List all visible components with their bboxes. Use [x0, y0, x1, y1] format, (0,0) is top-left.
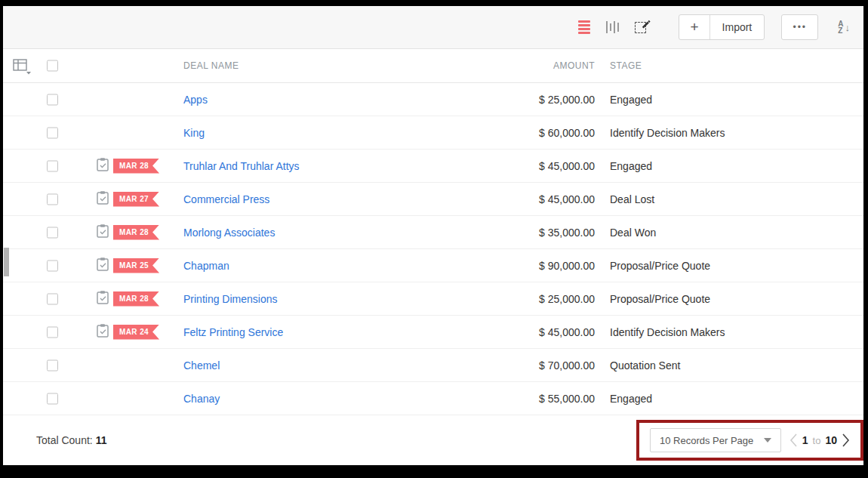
task-clipboard-icon[interactable]: [97, 157, 109, 174]
row-checkbox[interactable]: [47, 160, 58, 171]
row-checkbox[interactable]: [47, 393, 58, 404]
deal-amount: $ 35,000.00: [539, 227, 595, 239]
add-deal-button[interactable]: +: [679, 15, 709, 39]
header-deal-name[interactable]: DEAL NAME: [183, 60, 239, 71]
sort-letter-z: Z: [838, 27, 843, 34]
view-switcher: [578, 20, 650, 34]
deal-amount: $ 45,000.00: [539, 326, 595, 338]
crm-deals-list-window: + Import ••• AZ ↓ DEAL NAME AMOUNT STAGE…: [3, 6, 863, 465]
deal-amount: $ 25,000.00: [539, 293, 595, 305]
row-checkbox[interactable]: [47, 193, 58, 205]
kanban-view-icon[interactable]: [606, 20, 619, 34]
task-clipboard-icon[interactable]: [97, 190, 109, 208]
table-row: MAR 28 Printing Dimensions $ 25,000.00 P…: [3, 282, 863, 316]
deal-amount: $ 90,000.00: [539, 260, 595, 272]
deal-name-link[interactable]: Chapman: [183, 260, 229, 272]
row-checkbox[interactable]: [47, 227, 58, 238]
deal-stage: Quotation Sent: [610, 359, 680, 372]
records-per-page-dropdown[interactable]: 10 Records Per Page: [650, 428, 781, 452]
header-stage[interactable]: STAGE: [610, 60, 642, 71]
table-row: MAR 28 Morlong Associates $ 35,000.00 De…: [3, 216, 863, 249]
annotation-highlight-box: 10 Records Per Page 1 to 10: [636, 420, 863, 461]
row-checkbox[interactable]: [47, 293, 58, 304]
deal-stage: Identify Decision Makers: [610, 326, 725, 338]
canvas-view-icon[interactable]: [635, 20, 650, 34]
deal-stage: Proposal/Price Quote: [610, 260, 710, 272]
left-scrollbar-thumb[interactable]: [4, 248, 9, 276]
row-checkbox[interactable]: [47, 326, 58, 338]
task-clipboard-icon[interactable]: [97, 290, 109, 307]
table-row: MAR 24 Feltz Printing Service $ 45,000.0…: [3, 316, 863, 349]
next-page-icon[interactable]: [842, 433, 850, 448]
deal-stage: Identify Decision Makers: [610, 127, 725, 139]
due-date-badge: MAR 25: [113, 258, 159, 273]
table-header-row: DEAL NAME AMOUNT STAGE: [3, 49, 863, 83]
task-clipboard-icon[interactable]: [97, 224, 109, 241]
deal-stage: Deal Lost: [610, 193, 654, 205]
total-count-value: 11: [96, 434, 107, 446]
deal-amount: $ 45,000.00: [539, 193, 595, 205]
select-all-checkbox[interactable]: [47, 60, 58, 72]
due-date-badge: MAR 24: [113, 325, 159, 340]
page-range-start: 1: [802, 434, 808, 446]
deal-name-link[interactable]: Truhlar And Truhlar Attys: [183, 160, 300, 172]
header-amount[interactable]: AMOUNT: [553, 60, 595, 71]
due-date-badge: MAR 28: [113, 159, 159, 174]
page-range-end: 10: [825, 434, 837, 446]
deal-stage: Engaged: [610, 160, 652, 172]
total-count-label: Total Count:: [36, 434, 93, 446]
table-row: King $ 60,000.00 Identify Decision Maker…: [3, 116, 863, 150]
table-row: Apps $ 25,000.00 Engaged: [3, 83, 863, 116]
deal-name-link[interactable]: King: [183, 127, 205, 139]
sort-az-icon[interactable]: AZ ↓: [838, 20, 850, 34]
deal-name-link[interactable]: Chemel: [183, 359, 220, 372]
list-view-icon[interactable]: [578, 20, 590, 34]
deal-name-link[interactable]: Feltz Printing Service: [183, 326, 283, 338]
table-row: MAR 25 Chapman $ 90,000.00 Proposal/Pric…: [3, 249, 863, 282]
due-date-badge: MAR 28: [113, 225, 159, 240]
row-checkbox[interactable]: [47, 94, 58, 105]
deal-amount: $ 25,000.00: [539, 94, 595, 106]
deal-amount: $ 70,000.00: [539, 359, 595, 372]
deal-amount: $ 45,000.00: [539, 160, 595, 172]
create-import-button-group: + Import: [679, 14, 765, 40]
task-clipboard-icon[interactable]: [97, 323, 109, 341]
import-button[interactable]: Import: [710, 15, 765, 39]
table-row: Chanay $ 55,000.00 Engaged: [3, 382, 863, 415]
table-row: MAR 28 Truhlar And Truhlar Attys $ 45,00…: [3, 150, 863, 183]
row-checkbox[interactable]: [47, 260, 58, 271]
more-actions-button[interactable]: •••: [781, 14, 818, 40]
deal-name-link[interactable]: Chanay: [183, 393, 220, 405]
deal-name-link[interactable]: Commercial Press: [183, 193, 269, 205]
deal-name-link[interactable]: Morlong Associates: [183, 227, 275, 239]
table-body: Apps $ 25,000.00 Engaged King $ 60,000.0…: [3, 83, 863, 415]
deal-amount: $ 60,000.00: [539, 127, 595, 139]
deal-name-link[interactable]: Apps: [183, 94, 208, 106]
deal-amount: $ 55,000.00: [539, 393, 595, 405]
records-per-page-value: 10 Records Per Page: [660, 435, 753, 446]
row-checkbox[interactable]: [47, 359, 58, 371]
row-checkbox[interactable]: [47, 127, 58, 138]
sort-arrow-icon: ↓: [845, 22, 851, 33]
chevron-down-icon: [764, 438, 771, 443]
due-date-badge: MAR 27: [113, 192, 159, 207]
previous-page-icon[interactable]: [790, 433, 798, 448]
table-row: Chemel $ 70,000.00 Quotation Sent: [3, 349, 863, 382]
table-row: MAR 27 Commercial Press $ 45,000.00 Deal…: [3, 183, 863, 216]
deal-stage: Engaged: [610, 393, 652, 405]
deal-stage: Engaged: [610, 94, 652, 106]
task-clipboard-icon[interactable]: [97, 257, 109, 274]
pagination: 1 to 10: [790, 433, 850, 448]
total-count: Total Count:11: [36, 434, 107, 446]
deal-stage: Deal Won: [610, 227, 656, 239]
table-footer: Total Count:11 10 Records Per Page 1 to …: [3, 415, 863, 465]
deal-name-link[interactable]: Printing Dimensions: [183, 293, 278, 305]
due-date-badge: MAR 28: [113, 291, 159, 307]
column-chooser-icon[interactable]: [13, 58, 32, 75]
deal-stage: Proposal/Price Quote: [610, 293, 710, 305]
page-range-to-label: to: [813, 435, 821, 446]
toolbar: + Import ••• AZ ↓: [3, 6, 863, 49]
